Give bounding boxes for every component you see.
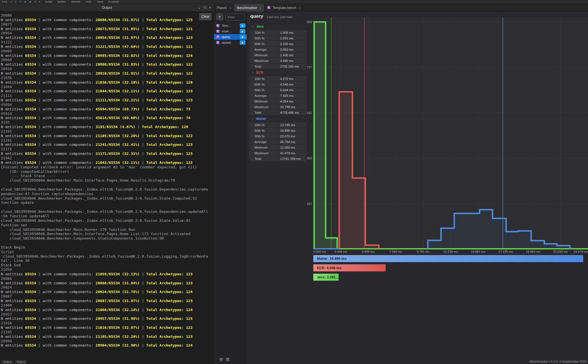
- log-line-stats: N entities 65534 | with common component…: [1, 98, 214, 102]
- log-line: cloud_5853950046.Benchmarker.Main.Runner…: [1, 227, 214, 232]
- run-benchmark-button[interactable]: ▶: [240, 23, 245, 28]
- stat-value: 22.070 ms: [277, 133, 307, 139]
- doc-tab-benchmarker[interactable]: Benchmarker×: [234, 4, 264, 12]
- log-line-stats: N entities 65534 | with common component…: [1, 334, 214, 339]
- log-line: function set: [1, 223, 214, 227]
- benchmark-item-Tem[interactable]: Tem…▶: [214, 23, 247, 28]
- legend-label: Matter: 16.896 ms: [317, 257, 346, 261]
- ribbon-tab-view[interactable]: VIEW: [97, 1, 103, 3]
- add-benchmark-button[interactable]: +: [216, 13, 223, 21]
- log-line-count: 21060: [1, 303, 214, 308]
- doc-tab-template-bench[interactable]: Template.bench×: [264, 4, 303, 12]
- close-icon[interactable]: ×: [299, 6, 300, 10]
- benchmark-item-inser[interactable]: inser…▶: [214, 28, 247, 34]
- close-icon[interactable]: ×: [229, 6, 231, 10]
- log-line-count: 21016: [1, 321, 214, 325]
- stat-row: Maximum41.479 ms: [249, 150, 307, 156]
- run-benchmark-button[interactable]: ▶: [240, 40, 245, 45]
- legend-label: ECR: 4.548 ms: [317, 266, 341, 270]
- x-tick-label: 17.135 ms: [493, 250, 518, 253]
- docs-icon[interactable]: ▤: [226, 357, 229, 361]
- gear-icon[interactable]: ⚙: [219, 357, 223, 362]
- stat-value: 1.591 ms: [277, 35, 307, 41]
- float-window-icon[interactable]: ◱: [203, 5, 207, 9]
- log-line-count: 20887: [1, 294, 214, 299]
- chevron-down-icon[interactable]: ⌄: [197, 5, 202, 10]
- stat-row: Total17741.709 ms: [249, 156, 307, 162]
- stat-label: Average: [249, 47, 277, 52]
- legend-bar-matter[interactable]: Matter: 16.896 ms: [313, 255, 583, 262]
- stat-label: Maximum: [249, 150, 277, 156]
- play-icon[interactable]: ▶: [25, 1, 26, 3]
- studio-window: FILE ▯⇩↶▶■↺▾ HOMEMODELAVATARTESTVIEWPLUG…: [0, 0, 588, 364]
- stat-row: Maximum4.690 ms: [249, 58, 307, 64]
- credit-text: Benchmarker v7.2.0, © boatbomber 2024: [530, 360, 587, 363]
- stat-value: 26.764 ms: [277, 139, 307, 144]
- stat-row: Average3.063 ms: [249, 47, 307, 52]
- stats-section-header[interactable]: ⌄ECR: [249, 69, 307, 76]
- stat-label: Minimum: [249, 145, 277, 150]
- stat-row: Minimum12.050 ms: [249, 145, 307, 150]
- log-line-stats: N entities 65534 | with common component…: [1, 134, 214, 138]
- ribbon-tab-plugins[interactable]: PLUGINS: [108, 1, 119, 3]
- document-icon[interactable]: ▯: [10, 1, 12, 3]
- reset-icon[interactable]: ↺: [34, 1, 36, 3]
- stat-label: Maximum: [249, 104, 277, 110]
- stats-section-header[interactable]: ⌄Matter: [249, 115, 307, 122]
- ribbon-tab-test[interactable]: TEST: [86, 1, 92, 3]
- stat-row: 90th %5.644 ms: [249, 87, 307, 93]
- ribbon-tabs: HOMEMODELAVATARTESTVIEWPLUGINS: [40, 1, 119, 3]
- log-line-stats: N entities 65534 | with common component…: [1, 107, 214, 111]
- log-line-count: 3193: [1, 120, 214, 125]
- ribbon-tab-home[interactable]: HOME: [45, 1, 52, 3]
- menu-file[interactable]: FILE: [2, 1, 7, 3]
- stats-section-header[interactable]: ⌄Jecs: [249, 23, 307, 30]
- log-line-count: 20904: [1, 339, 214, 343]
- output-log[interactable]: 20886N entities 65534 | with common comp…: [0, 12, 214, 360]
- stop-icon[interactable]: ■: [30, 1, 31, 3]
- stats-section-matter: ⌄Matter10th %13.795 ms50th %16.896 ms90t…: [249, 115, 307, 162]
- benchmark-sidebar: + Tem…▶inser…▶query▶spawn▶: [214, 12, 247, 364]
- stats-section-ecr: ⌄ECR10th %4.272 ms50th %4.548 ms90th %5.…: [249, 69, 307, 115]
- benchmark-item-label: query: [222, 35, 230, 39]
- close-icon[interactable]: ×: [260, 6, 261, 10]
- ribbon-tab-model[interactable]: MODEL: [57, 1, 66, 3]
- benchmark-item-label: inser…: [222, 30, 232, 33]
- benchmark-item-query[interactable]: query▶: [214, 34, 247, 40]
- stat-label: 90th %: [249, 41, 277, 46]
- stat-row: 10th %1.505 ms: [249, 30, 307, 35]
- benchmark-item-spawn[interactable]: spawn▶: [214, 40, 247, 45]
- run-benchmark-button[interactable]: ▶: [240, 29, 245, 34]
- script-icon: [267, 6, 271, 10]
- legend-bar-ecr[interactable]: ECR: 4.548 ms: [313, 264, 386, 271]
- doc-tab-place1[interactable]: Place1×: [214, 4, 234, 12]
- output-dock-tab[interactable]: Output: [1, 360, 14, 364]
- x-tick-label: 4.896 ms: [356, 250, 381, 253]
- log-line-count: 20860: [1, 58, 214, 62]
- log-line: :50 function updateAll: [1, 214, 214, 218]
- doc-tab-label: Benchmarker: [237, 6, 257, 10]
- log-line-count: 21036: [1, 76, 214, 80]
- stat-label: 10th %: [249, 30, 277, 35]
- undo-icon[interactable]: ↶: [20, 1, 22, 3]
- log-line-count: 20866: [1, 276, 214, 281]
- stat-row: Minimum4.054 ms: [249, 99, 307, 104]
- stat-row: Average7.426 ms: [249, 93, 307, 99]
- filter-input[interactable]: [225, 14, 245, 21]
- clear-button[interactable]: Clear: [199, 13, 212, 20]
- legend-bar-jecs[interactable]: Jecs: 1.591…: [313, 274, 339, 281]
- close-icon[interactable]: ×: [208, 5, 212, 10]
- log-line: Script: [1, 250, 214, 254]
- log-line-stats: N entities 65534 | with common component…: [1, 80, 214, 85]
- svg-text:363: 363: [307, 157, 312, 160]
- output-dock-tab[interactable]: Output: [15, 360, 27, 364]
- menu-bar: FILE ▯⇩↶▶■↺▾ HOMEMODELAVATARTESTVIEWPLUG…: [0, 0, 588, 4]
- play-icon: ▶: [242, 41, 243, 44]
- publish-icon[interactable]: ⇩: [15, 1, 17, 3]
- output-panel-title: Output: [0, 6, 214, 10]
- ribbon-tab-avatar[interactable]: AVATAR: [71, 1, 81, 3]
- log-line-count: 45614: [1, 111, 214, 116]
- log-line: cloud_5853950046.Benchmarker.Packages._I…: [1, 196, 214, 201]
- chevron-down-icon: ⌄: [252, 117, 254, 120]
- run-benchmark-button[interactable]: ▶: [240, 35, 245, 39]
